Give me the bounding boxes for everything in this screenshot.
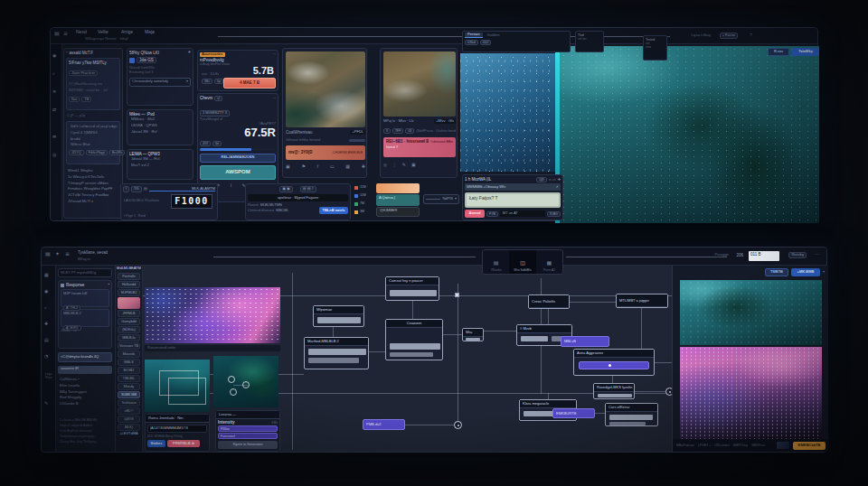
graph-node[interactable]: MTL/MBT a jagger xyxy=(616,294,668,308)
one-icon[interactable]: Ⅰ xyxy=(231,183,231,189)
rjbv-chip[interactable]: RJBV xyxy=(547,211,561,217)
star-icon[interactable]: ✦ xyxy=(55,251,60,257)
facse-button[interactable]: + Facse xyxy=(720,33,738,39)
hash-icon[interactable]: ⌗ xyxy=(750,33,752,38)
stat-chip[interactable]: 3d xyxy=(212,141,222,146)
chevron-down-icon[interactable]: ▾ xyxy=(823,270,825,275)
checklist-item[interactable]: JVwvad McTl v xyxy=(66,199,120,205)
rows-icon[interactable]: ▤ xyxy=(44,338,49,343)
field-value[interactable]: MLK.ALAMTM xyxy=(149,187,215,192)
graph-node[interactable]: Wra xyxy=(462,328,484,341)
status-item[interactable]: MBRThlag xyxy=(733,444,748,447)
app-icon[interactable]: ▤ xyxy=(54,31,60,37)
teal-preview-a[interactable] xyxy=(145,360,210,412)
node-slider[interactable] xyxy=(609,415,653,420)
node-slider[interactable] xyxy=(598,394,632,397)
render-preview-magenta[interactable] xyxy=(680,347,822,439)
tab-goldlen[interactable]: Goldlen xyxy=(485,33,503,38)
checklist-item[interactable]: 1v Wbscysl KTesTwlv xyxy=(66,174,120,181)
add-icon[interactable]: ✚ xyxy=(558,178,561,182)
amrod-button[interactable]: Amrod xyxy=(465,210,485,218)
tab-persian[interactable]: Persian xyxy=(465,33,483,38)
photo-banner[interactable]: mv@: 3Y0(D -CHLBRMLBEMLBLB xyxy=(286,145,365,160)
wire-connector[interactable] xyxy=(454,421,462,429)
menu-item[interactable]: Vellw xyxy=(98,30,108,35)
menu-icon[interactable]: ≡ xyxy=(65,251,70,257)
mini-thumbnail[interactable] xyxy=(777,442,789,449)
mode-button-active[interactable]: ◫Wra SdbfBls xyxy=(509,250,535,274)
regenerate-button[interactable]: Rgnrte to Generation xyxy=(218,441,278,449)
response-card[interactable]: MBLMLB 2 A" MJP2 xyxy=(61,309,109,327)
status-item[interactable]: MBRFaro xyxy=(751,444,773,447)
menu-item[interactable]: Nexd xyxy=(76,30,87,35)
graph-node[interactable]: Camsat hsy n poacer xyxy=(385,276,439,301)
swap-icon[interactable]: ⇄ xyxy=(52,107,56,113)
tool-item[interactable]: Pwrlrolls xyxy=(118,273,140,280)
node-slider[interactable] xyxy=(521,336,548,341)
wire-connector[interactable] xyxy=(665,388,672,396)
tool-item[interactable]: MBLBJa xyxy=(118,334,140,341)
tool-item[interactable]: Moveds xyxy=(118,350,140,358)
kebab-icon[interactable]: ⋮ xyxy=(392,163,397,168)
node-slider[interactable] xyxy=(317,317,361,323)
export-button[interactable]: KMKBCbkTB xyxy=(793,442,826,450)
mode-button[interactable]: ▦Prest A2 xyxy=(536,250,562,274)
primary-button[interactable]: RELJAMMAMJOEN xyxy=(200,154,276,163)
stat-row-chip[interactable]: 1 MGWSZTY 3 xyxy=(200,110,230,117)
chevron-down-icon[interactable]: ▾ xyxy=(186,79,188,84)
purple-node[interactable]: EMKBURTB: xyxy=(552,408,595,418)
graph-node[interactable]: RosedgeLMKS lyzolte xyxy=(593,383,635,399)
percent-chip[interactable]: 5% xyxy=(131,186,142,192)
chip-label[interactable]: 11M xyxy=(360,193,366,197)
search-icon[interactable]: ⌕ xyxy=(44,305,47,311)
checklist-item[interactable]: JCTvlbl Tervvcy Fvwllbw xyxy=(66,192,120,199)
user-line2[interactable]: Jlavn Practicer xyxy=(69,70,98,77)
dark-field[interactable]: MT un AT xyxy=(500,210,545,217)
info-footer-chip[interactable]: Brv3Rv xyxy=(109,150,125,155)
checklist-item[interactable]: Frmdavs Wvagldev PopFF xyxy=(66,186,120,192)
section-bar[interactable]: swanete tR xyxy=(58,366,112,374)
home-icon[interactable]: ◉ xyxy=(52,53,56,59)
intensity-slider[interactable]: Farevvwvl xyxy=(218,433,278,439)
photo-thumbnail[interactable] xyxy=(383,51,456,117)
selection-rect[interactable] xyxy=(168,378,206,405)
layer-item[interactable]: Rod Moggdg xyxy=(58,395,112,401)
graph-node[interactable]: Cors ofKeirar xyxy=(605,403,658,426)
tool-item[interactable]: MOfB2 xyxy=(118,367,140,374)
node-canvas[interactable]: Rosamansd unke Roma Jimmlads · Nm: |A14©… xyxy=(143,266,672,452)
fx-icon[interactable]: f xyxy=(317,164,319,170)
disc-icon[interactable]: ◎ xyxy=(52,153,56,158)
stat-chip[interactable]: 38v xyxy=(202,79,212,84)
sidebar-search-input[interactable]: MLBY PT myshsllSDg xyxy=(58,268,112,277)
asset-chip[interactable]: Jdw GS xyxy=(137,57,156,63)
tool-item[interactable]: vBL!^ xyxy=(118,407,140,415)
tool-item[interactable]: Hollandd xyxy=(118,281,140,288)
checklist-item[interactable]: WmdJ, Mnglev xyxy=(66,168,120,174)
teal-preview-b[interactable] xyxy=(213,356,278,407)
graph-node[interactable]: Crewc Paliwlts xyxy=(528,294,570,309)
tool-item[interactable]: MJPMLB2 xyxy=(118,289,140,296)
toolbar-field[interactable]: 002 xyxy=(480,40,492,46)
status-item[interactable]: MBaPodcast xyxy=(676,444,694,447)
nebula-preview[interactable] xyxy=(145,287,280,343)
mkbmb-button[interactable]: +MK.BMB xyxy=(791,268,820,276)
add-layer-button[interactable]: +LEXTdMA xyxy=(116,432,142,436)
tool-item[interactable]: (MJKrla) xyxy=(118,326,140,333)
teal-swatch[interactable]: A Qжена | xyxy=(376,194,420,206)
target-icon[interactable]: ◉ xyxy=(44,289,48,294)
danger-button[interactable]: 4 MAE 7 B xyxy=(223,78,276,89)
toolbar-field[interactable]: 03kd xyxy=(465,40,478,46)
stat-chip[interactable]: 459 xyxy=(200,141,211,146)
viewport-image-left[interactable] xyxy=(460,53,555,172)
tiles-chip[interactable]: ▣ ▣ xyxy=(279,186,293,192)
clock-icon[interactable]: ◔ xyxy=(44,354,48,360)
sidebar-tab[interactable]: TB xyxy=(81,97,91,103)
graph-node[interactable]: Ceawwm xyxy=(385,319,443,360)
mini-slider[interactable] xyxy=(349,139,365,142)
tool-item-selected[interactable]: SUBK MB xyxy=(118,391,140,398)
fx-chip[interactable]: f xyxy=(123,186,129,192)
more-icon[interactable]: ⋯ xyxy=(272,52,276,57)
info-footer-chip[interactable]: JZLYQ xyxy=(69,150,84,155)
photo-banner[interactable]: REI~6B1 · hissrsewl BBm®obmawal BBm Isee… xyxy=(383,137,456,157)
stat-chip[interactable]: hp xyxy=(214,79,223,84)
